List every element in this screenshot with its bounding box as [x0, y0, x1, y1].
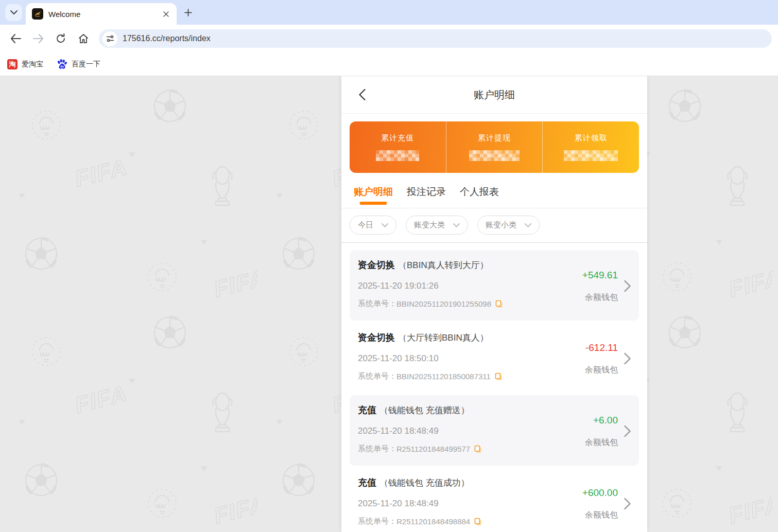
copy-icon[interactable]: [474, 518, 482, 526]
masked-value: [376, 150, 419, 161]
wallet-label: 余额钱包: [585, 437, 618, 448]
baidu-paw-icon: du: [57, 59, 67, 69]
order-number-label: 系统单号：: [358, 299, 396, 309]
masked-value: [469, 150, 520, 161]
chevron-left-icon: [359, 89, 366, 100]
order-number-label: 系统单号：: [358, 371, 396, 381]
site-settings-icon[interactable]: [102, 31, 117, 46]
address-bar[interactable]: 175616.cc/reports/index: [99, 29, 772, 48]
stat-total-withdraw: 累计提现: [446, 121, 543, 173]
page-viewport: FIFA FIFA 账户明细 累计充值: [0, 76, 778, 532]
transaction-row[interactable]: 资金切换 （BBIN真人转到大厅） 2025-11-20 19:01:26 系统…: [350, 250, 639, 321]
transaction-row[interactable]: 充值 （钱能钱包 充值赠送） 2025-11-20 18:48:49 系统单号：…: [350, 395, 639, 466]
transaction-type: 充值: [358, 404, 376, 416]
order-number-label: 系统单号：: [358, 444, 396, 454]
transaction-row[interactable]: 充值 （钱能钱包 充值成功） 2025-11-20 18:48:49 系统单号：…: [350, 468, 639, 532]
stat-total-claimed: 累计领取: [542, 121, 639, 173]
transaction-time: 2025-11-20 18:48:49: [358, 499, 582, 509]
copy-icon[interactable]: [495, 300, 503, 308]
transaction-subtitle: （大厅转到BBIN真人）: [398, 332, 489, 344]
wallet-label: 余额钱包: [585, 292, 618, 303]
chevron-down-icon: [10, 10, 18, 15]
plus-icon: [184, 9, 192, 16]
transaction-list: 资金切换 （BBIN真人转到大厅） 2025-11-20 19:01:26 系统…: [341, 243, 647, 532]
transaction-row[interactable]: 资金切换 （大厅转到BBIN真人） 2025-11-20 18:50:10 系统…: [350, 323, 639, 393]
transaction-time: 2025-11-20 18:50:10: [358, 353, 585, 364]
order-number: BBIN202511201850087311: [396, 372, 491, 381]
bookmark-aitaobao[interactable]: 淘 爱淘宝: [7, 59, 43, 69]
transaction-subtitle: （BBIN真人转到大厅）: [398, 259, 489, 271]
taobao-icon: 淘: [7, 59, 18, 69]
tab-title: Welcome: [48, 10, 161, 19]
account-details-panel: 账户明细 累计充值 累计提现 累计领取 账户明细 投注记录 个人报表 今: [341, 76, 647, 532]
filter-minor-category-dropdown[interactable]: 账变小类: [477, 216, 540, 235]
tab-personal-report[interactable]: 个人报表: [460, 185, 499, 208]
browser-tab-strip: Welcome: [0, 0, 778, 25]
transaction-subtitle: （钱能钱包 充值赠送）: [379, 404, 470, 416]
browser-tab[interactable]: Welcome: [26, 3, 177, 25]
panel-header: 账户明细: [341, 76, 647, 114]
order-number: BBIN202511201901255098: [396, 299, 491, 308]
report-tabs: 账户明细 投注记录 个人报表: [341, 173, 647, 208]
masked-value: [564, 150, 618, 161]
chevron-right-icon: [624, 404, 631, 458]
browser-toolbar: 175616.cc/reports/index: [0, 25, 778, 52]
filter-date-dropdown[interactable]: 今日: [350, 216, 396, 235]
copy-icon[interactable]: [495, 373, 503, 381]
forward-button[interactable]: [28, 29, 48, 48]
transaction-time: 2025-11-20 19:01:26: [358, 281, 582, 291]
bookmark-baidu[interactable]: du 百度一下: [57, 59, 100, 69]
totals-card: 累计充值 累计提现 累计领取: [350, 121, 639, 173]
transaction-type: 资金切换: [358, 331, 395, 344]
transaction-time: 2025-11-20 18:48:49: [358, 426, 585, 436]
site-favicon: [32, 8, 43, 20]
chevron-down-icon: [525, 223, 531, 227]
back-chevron-button[interactable]: [355, 87, 369, 102]
wallet-label: 余额钱包: [585, 510, 618, 521]
transaction-amount: +549.61: [582, 270, 618, 281]
copy-icon[interactable]: [474, 445, 482, 453]
wallet-label: 余额钱包: [585, 365, 618, 376]
svg-text:du: du: [60, 65, 64, 68]
filter-major-category-dropdown[interactable]: 账变大类: [406, 216, 468, 235]
stat-total-deposit: 累计充值: [350, 121, 446, 173]
order-number: R2511201848498884: [396, 517, 470, 526]
reload-button[interactable]: [51, 29, 71, 48]
chevron-down-icon: [453, 223, 460, 227]
tab-close-icon[interactable]: [161, 9, 170, 19]
transaction-subtitle: （钱能钱包 充值成功）: [379, 477, 470, 489]
order-number-label: 系统单号：: [358, 517, 396, 526]
transaction-amount: +600.00: [582, 487, 618, 499]
chevron-down-icon: [382, 223, 388, 227]
transaction-type: 资金切换: [358, 259, 395, 271]
transaction-amount: -612.11: [585, 342, 618, 353]
url-text: 175616.cc/reports/index: [123, 34, 211, 43]
page-title: 账户明细: [474, 88, 515, 102]
filters-row: 今日 账变大类 账变小类: [341, 208, 647, 243]
chevron-right-icon: [624, 259, 631, 313]
transaction-type: 充值: [358, 476, 376, 489]
tab-search-button[interactable]: [5, 4, 22, 21]
back-button[interactable]: [6, 29, 25, 48]
tab-bet-records[interactable]: 投注记录: [407, 185, 446, 208]
order-number: R2511201848499577: [396, 445, 470, 453]
bookmarks-bar: 淘 爱淘宝 du 百度一下: [0, 52, 778, 76]
chevron-right-icon: [624, 476, 631, 531]
transaction-amount: +6.00: [593, 415, 618, 426]
new-tab-button[interactable]: [181, 6, 195, 20]
tab-account-details[interactable]: 账户明细: [354, 185, 393, 208]
chevron-right-icon: [624, 331, 631, 386]
home-button[interactable]: [74, 29, 93, 48]
